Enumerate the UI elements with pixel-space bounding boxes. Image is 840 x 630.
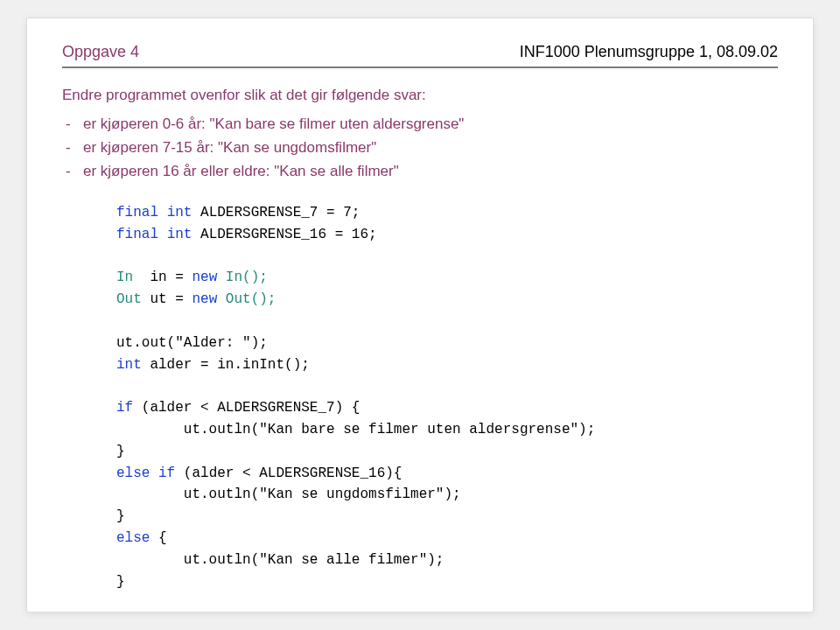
code-text: alder = in.inInt(); bbox=[142, 357, 310, 373]
code-block: final int ALDERSGRENSE_7 = 7; final int … bbox=[62, 202, 778, 592]
keyword: if bbox=[150, 466, 175, 481]
keyword: int bbox=[167, 205, 192, 220]
typename: In(); bbox=[217, 270, 268, 285]
keyword: if bbox=[116, 400, 133, 416]
code-text: ut = bbox=[142, 291, 192, 307]
typename: Out bbox=[116, 291, 142, 307]
bullet-list: er kjøperen 0-6 år: "Kan bare se filmer … bbox=[62, 112, 778, 184]
code-text: ut.out("Alder: "); bbox=[116, 335, 268, 351]
keyword: final bbox=[116, 205, 158, 220]
bullet-item: er kjøperen 7-15 år: "Kan se ungdomsfilm… bbox=[83, 136, 778, 159]
keyword: else bbox=[116, 466, 150, 481]
code-text: (alder < ALDERSGRENSE_16){ bbox=[175, 466, 402, 481]
keyword: new bbox=[192, 291, 217, 307]
keyword: int bbox=[167, 227, 192, 242]
bullet-item: er kjøperen 16 år eller eldre: "Kan se a… bbox=[83, 159, 778, 183]
bullet-item: er kjøperen 0-6 år: "Kan bare se filmer … bbox=[83, 112, 778, 136]
code-text: } bbox=[116, 574, 125, 590]
code-text: } bbox=[116, 508, 125, 524]
header-left: Oppgave 4 bbox=[62, 43, 139, 61]
code-text: ut.outln("Kan bare se filmer uten alders… bbox=[116, 422, 595, 438]
code-text: ALDERSGRENSE_16 = 16; bbox=[192, 227, 376, 242]
header-right: INF1000 Plenumsgruppe 1, 08.09.02 bbox=[520, 43, 778, 61]
keyword: else bbox=[116, 530, 150, 546]
code-text: ut.outln("Kan se ungdomsfilmer"); bbox=[116, 486, 461, 502]
code-text: ALDERSGRENSE_7 = 7; bbox=[192, 205, 360, 220]
code-text: ut.outln("Kan se alle filmer"); bbox=[116, 552, 444, 568]
code-text: { bbox=[150, 530, 166, 546]
typename: Out(); bbox=[217, 291, 276, 307]
intro-text: Endre programmet ovenfor slik at det gir… bbox=[62, 84, 778, 107]
code-text: in = bbox=[133, 270, 192, 285]
keyword: final bbox=[116, 227, 158, 242]
slide-page: Oppgave 4 INF1000 Plenumsgruppe 1, 08.09… bbox=[26, 18, 814, 612]
header: Oppgave 4 INF1000 Plenumsgruppe 1, 08.09… bbox=[62, 43, 778, 68]
keyword: new bbox=[192, 270, 217, 285]
code-text: } bbox=[116, 444, 125, 459]
typename: In bbox=[116, 270, 133, 285]
keyword: int bbox=[116, 357, 142, 373]
code-text: (alder < ALDERSGRENSE_7) { bbox=[133, 400, 360, 416]
